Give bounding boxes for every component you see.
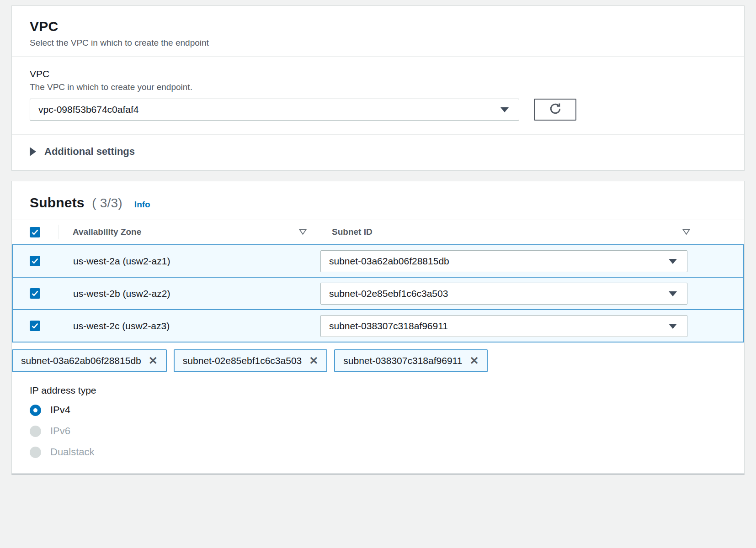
- chevron-down-icon: [669, 324, 677, 329]
- ip-address-type-label: IP address type: [30, 385, 726, 396]
- chevron-down-icon: [669, 259, 677, 264]
- select-all-checkbox[interactable]: [30, 227, 40, 237]
- column-header-availability-zone: Availability Zone: [73, 227, 141, 237]
- radio-disabled-icon: [30, 447, 41, 458]
- radio-ipv6: IPv6: [30, 425, 726, 437]
- subnets-table-header: Availability Zone Subnet ID: [12, 220, 744, 244]
- table-row: us-west-2a (usw2-az1) subnet-03a62ab06f2…: [13, 244, 743, 277]
- radio-dualstack-label: Dualstack: [50, 446, 95, 458]
- subnet-select-value: subnet-038307c318af96911: [329, 321, 448, 332]
- radio-dualstack: Dualstack: [30, 446, 726, 458]
- filter-triangle-icon[interactable]: [299, 229, 307, 235]
- additional-settings-label: Additional settings: [44, 146, 135, 158]
- row-checkbox[interactable]: [30, 288, 40, 299]
- vpc-select-value: vpc-098f53b674c0afaf4: [38, 104, 139, 115]
- subnet-token-label: subnet-03a62ab06f28815db: [21, 355, 141, 366]
- table-row: us-west-2b (usw2-az2) subnet-02e85ebf1c6…: [13, 277, 743, 309]
- radio-disabled-icon: [30, 426, 41, 437]
- subnet-select-value: subnet-03a62ab06f28815db: [329, 256, 449, 267]
- vpc-field-label: VPC: [30, 68, 726, 79]
- filter-triangle-icon[interactable]: [682, 229, 690, 235]
- selected-subnet-tokens: subnet-03a62ab06f28815db ✕ subnet-02e85e…: [12, 349, 744, 372]
- close-icon[interactable]: ✕: [469, 355, 479, 366]
- subnets-card: Subnets ( 3/3) Info Availability Zone Su…: [11, 181, 745, 474]
- radio-ipv6-label: IPv6: [50, 425, 70, 437]
- subnets-count: ( 3/3): [92, 196, 122, 210]
- chevron-down-icon: [500, 107, 509, 112]
- subnets-title: Subnets ( 3/3): [30, 195, 122, 211]
- subnet-select[interactable]: subnet-03a62ab06f28815db: [320, 250, 687, 272]
- vpc-card-title: VPC: [30, 19, 726, 34]
- radio-ipv4[interactable]: IPv4: [30, 404, 726, 416]
- subnets-title-text: Subnets: [30, 195, 85, 210]
- radio-ipv4-label: IPv4: [50, 404, 70, 416]
- availability-zone-cell: us-west-2b (usw2-az2): [59, 288, 317, 299]
- chevron-down-icon: [669, 291, 677, 296]
- vpc-card-subtitle: Select the VPC in which to create the en…: [30, 38, 726, 48]
- availability-zone-cell: us-west-2c (usw2-az3): [59, 321, 317, 332]
- info-link[interactable]: Info: [134, 200, 150, 210]
- vpc-select[interactable]: vpc-098f53b674c0afaf4: [30, 99, 519, 121]
- radio-selected-icon: [30, 405, 41, 416]
- close-icon[interactable]: ✕: [149, 355, 158, 366]
- selected-rows: us-west-2a (usw2-az1) subnet-03a62ab06f2…: [12, 244, 744, 342]
- additional-settings-expander[interactable]: Additional settings: [12, 135, 744, 170]
- availability-zone-cell: us-west-2a (usw2-az1): [59, 256, 317, 267]
- subnet-select-value: subnet-02e85ebf1c6c3a503: [329, 288, 448, 299]
- ip-address-type-section: IP address type IPv4 IPv6 Dualstack: [12, 372, 744, 474]
- row-checkbox[interactable]: [30, 321, 40, 331]
- subnet-token: subnet-02e85ebf1c6c3a503 ✕: [174, 349, 328, 372]
- table-row: us-west-2c (usw2-az3) subnet-038307c318a…: [13, 309, 743, 342]
- close-icon[interactable]: ✕: [309, 355, 318, 366]
- subnet-token-label: subnet-038307c318af96911: [343, 355, 462, 366]
- column-header-subnet-id: Subnet ID: [332, 227, 373, 237]
- vpc-card-header: VPC Select the VPC in which to create th…: [12, 6, 744, 56]
- vpc-field-section: VPC The VPC in which to create your endp…: [12, 57, 744, 134]
- subnets-header: Subnets ( 3/3) Info: [12, 181, 744, 220]
- subnet-select[interactable]: subnet-038307c318af96911: [320, 315, 687, 337]
- subnet-token: subnet-03a62ab06f28815db ✕: [12, 349, 167, 372]
- vpc-field-description: The VPC in which to create your endpoint…: [30, 82, 726, 92]
- page: VPC Select the VPC in which to create th…: [0, 0, 756, 474]
- expand-triangle-icon: [30, 147, 36, 156]
- vpc-card: VPC Select the VPC in which to create th…: [11, 5, 745, 171]
- subnet-token-label: subnet-02e85ebf1c6c3a503: [183, 355, 302, 366]
- refresh-button[interactable]: [534, 99, 576, 121]
- refresh-icon: [548, 101, 563, 118]
- subnet-select[interactable]: subnet-02e85ebf1c6c3a503: [320, 283, 687, 305]
- row-checkbox[interactable]: [30, 256, 40, 266]
- subnet-token: subnet-038307c318af96911 ✕: [334, 349, 488, 372]
